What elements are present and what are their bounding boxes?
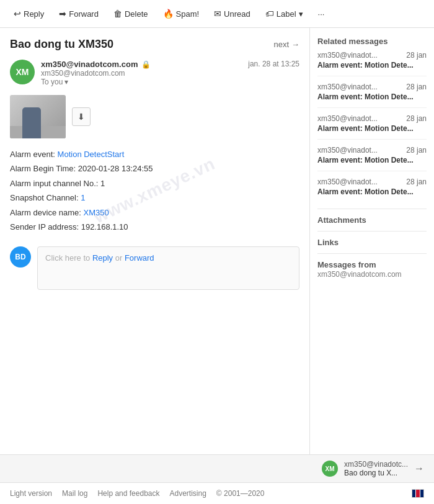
label-dropdown-icon: ▾ xyxy=(299,9,303,19)
compose-box[interactable]: Click here to Reply or Forward xyxy=(37,246,299,290)
delete-button[interactable]: 🗑 Delete xyxy=(107,5,154,22)
notif-arrow-icon[interactable]: → xyxy=(414,463,424,474)
next-label: next xyxy=(273,40,289,49)
related-messages-title: Related messages xyxy=(317,37,427,46)
attachments-title[interactable]: Attachments xyxy=(317,215,427,225)
compose-avatar: BD xyxy=(10,246,31,268)
related-date: 28 jan xyxy=(406,178,427,186)
list-item[interactable]: xm350@vinadot... 28 jan Alarm event: Mot… xyxy=(317,51,427,76)
messages-from-title: Messages from xm350@vinadotcom.com xyxy=(317,260,427,279)
spam-label: Spam! xyxy=(176,9,200,19)
related-sender: xm350@vinadot... xyxy=(317,146,378,155)
related-sender: xm350@vinadot... xyxy=(317,114,378,123)
sidebar-divider xyxy=(317,209,427,209)
unread-label: Unread xyxy=(224,9,250,19)
related-sender: xm350@vinadot... xyxy=(317,178,378,186)
sidebar-divider3 xyxy=(317,253,427,254)
to-dropdown-icon: ▾ xyxy=(64,78,68,86)
sidebar-divider2 xyxy=(317,231,427,232)
attachment-thumbnail xyxy=(10,95,66,138)
related-sender: xm350@vinadot... xyxy=(317,51,378,60)
sender-info: xm350@vinadotcom.com 🔒 xm350@vinadotcom.… xyxy=(41,60,242,86)
body-line6: Sender IP address: 192.168.1.10 xyxy=(10,220,299,234)
related-date: 28 jan xyxy=(406,83,427,91)
body-line1: Alarm event: Motion DetectStart xyxy=(10,147,299,161)
sender-email-row: xm350@vinadotcom.com 🔒 xyxy=(41,60,242,69)
related-subject: Alarm event: Motion Dete... xyxy=(317,156,427,164)
forward-icon: ➡ xyxy=(59,9,66,19)
delete-label: Delete xyxy=(125,9,148,19)
download-icon: ⬇ xyxy=(78,112,85,122)
reply-icon: ↩ xyxy=(14,9,21,19)
list-item[interactable]: xm350@vinadot... 28 jan Alarm event: Mot… xyxy=(317,114,427,140)
related-date: 28 jan xyxy=(406,51,427,60)
list-item[interactable]: xm350@vinadot... 28 jan Alarm event: Mot… xyxy=(317,146,427,171)
email-subject: Bao dong tu XM350 xyxy=(10,38,113,51)
mail-log-link[interactable]: Mail log xyxy=(62,489,87,498)
footer-links: Light version Mail log Help and feedback… xyxy=(10,489,264,498)
help-feedback-link[interactable]: Help and feedback xyxy=(97,489,159,498)
body-line5: Alarm device name: XM350 xyxy=(10,205,299,220)
related-subject: Alarm event: Motion Dete... xyxy=(317,61,427,70)
notif-avatar: XM xyxy=(322,461,338,477)
email-body: Alarm event: Motion DetectStart Alarm Be… xyxy=(10,147,299,234)
avatar: XM xyxy=(10,60,35,84)
body-line3: Alarm input channel No.: 1 xyxy=(10,176,299,191)
body-line4: Snapshot Channel: 1 xyxy=(10,191,299,205)
delete-icon: 🗑 xyxy=(113,9,122,19)
compose-row: BD Click here to Reply or Forward xyxy=(10,246,299,290)
toolbar: ↩ Reply ➡ Forward 🗑 Delete 🔥 Spam! ✉ Unr… xyxy=(0,0,434,28)
email-date: jan. 28 at 13:25 xyxy=(248,60,299,68)
related-messages-list: xm350@vinadot... 28 jan Alarm event: Mot… xyxy=(317,51,427,202)
language-flag-icon[interactable] xyxy=(412,489,424,498)
links-title[interactable]: Links xyxy=(317,238,427,247)
next-arrow-icon: → xyxy=(291,40,299,49)
footer: Light version Mail log Help and feedback… xyxy=(0,482,434,504)
attachment-area: ⬇ xyxy=(10,95,299,138)
related-date: 28 jan xyxy=(406,146,427,155)
copyright: © 2001—2020 xyxy=(216,489,265,498)
compose-reply-link[interactable]: Reply xyxy=(92,253,113,263)
body-line2: Alarm Begin Time: 2020-01-28 13:24:55 xyxy=(10,161,299,176)
related-subject: Alarm event: Motion Dete... xyxy=(317,187,427,196)
sender-email: xm350@vinadotcom.com xyxy=(41,60,138,69)
label-label: Label xyxy=(277,9,296,19)
email-content: Bao dong tu XM350 next → XM xm350@vinado… xyxy=(0,28,310,454)
list-item[interactable]: xm350@vinadot... 28 jan Alarm event: Mot… xyxy=(317,178,427,202)
sender-row: XM xm350@vinadotcom.com 🔒 xm350@vinadotc… xyxy=(10,60,299,86)
label-icon: 🏷 xyxy=(265,9,274,19)
subject-row: Bao dong tu XM350 next → xyxy=(10,38,299,51)
related-sender: xm350@vinadot... xyxy=(317,83,378,91)
reply-button[interactable]: ↩ Reply xyxy=(7,5,50,22)
spam-icon: 🔥 xyxy=(163,9,174,19)
list-item[interactable]: xm350@vinadot... 28 jan Alarm event: Mot… xyxy=(317,83,427,108)
to-row[interactable]: To you ▾ xyxy=(41,78,242,86)
download-button[interactable]: ⬇ xyxy=(72,107,91,126)
light-version-link[interactable]: Light version xyxy=(10,489,52,498)
lock-icon: 🔒 xyxy=(141,60,151,69)
related-date: 28 jan xyxy=(406,114,427,123)
label-button[interactable]: 🏷 Label ▾ xyxy=(259,5,309,22)
notif-content: xm350@vinadotc... Bao dong tu X... xyxy=(344,460,408,477)
forward-button[interactable]: ➡ Forward xyxy=(53,5,105,22)
to-label: To you xyxy=(41,78,63,86)
unread-icon: ✉ xyxy=(214,9,221,19)
compose-forward-link[interactable]: Forward xyxy=(125,253,154,263)
reply-label: Reply xyxy=(24,9,44,19)
bottom-notification-bar: XM xm350@vinadotc... Bao dong tu X... → xyxy=(0,454,434,482)
related-subject: Alarm event: Motion Dete... xyxy=(317,124,427,133)
main-area: Bao dong tu XM350 next → XM xm350@vinado… xyxy=(0,28,434,454)
notif-subject: Bao dong tu X... xyxy=(344,469,408,477)
spam-button[interactable]: 🔥 Spam! xyxy=(157,5,206,22)
next-link[interactable]: next → xyxy=(273,40,299,49)
advertising-link[interactable]: Advertising xyxy=(169,489,206,498)
forward-label: Forward xyxy=(69,9,99,19)
sender-sub: xm350@vinadotcom.com xyxy=(41,69,242,78)
more-label: ··· xyxy=(318,9,325,19)
more-button[interactable]: ··· xyxy=(312,6,331,22)
sidebar: Related messages xm350@vinadot... 28 jan… xyxy=(310,28,434,454)
unread-button[interactable]: ✉ Unread xyxy=(208,5,257,22)
notif-email: xm350@vinadotc... xyxy=(344,460,408,469)
related-subject: Alarm event: Motion Dete... xyxy=(317,92,427,101)
